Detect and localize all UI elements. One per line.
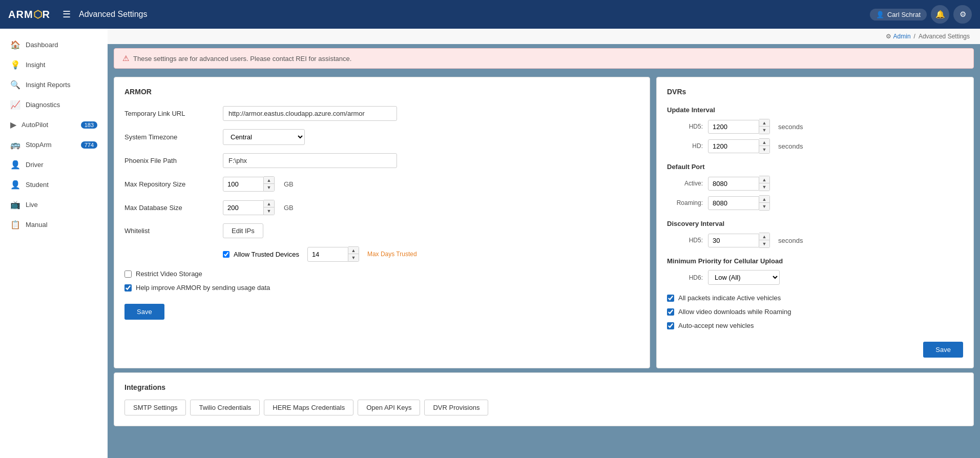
sidebar-item-student[interactable]: 👤 Student (0, 175, 108, 195)
sidebar-item-diagnostics[interactable]: 📈 Diagnostics (0, 95, 108, 115)
max-repo-size-up[interactable]: ▲ (264, 177, 274, 184)
edit-ips-button[interactable]: Edit IPs (223, 223, 263, 238)
temp-link-url-input[interactable] (223, 106, 397, 121)
all-packets-checkbox[interactable] (667, 295, 674, 302)
max-repo-size-down[interactable]: ▼ (264, 184, 274, 191)
sidebar-item-autopilot[interactable]: ▶ AutoPilot 183 (0, 115, 108, 135)
restrict-video-storage-row: Restrict Video Storage (124, 270, 639, 278)
sidebar-item-label: Insight (26, 61, 45, 69)
insight-icon: 💡 (10, 60, 20, 70)
sidebar-item-dashboard[interactable]: 🏠 Dashboard (0, 35, 108, 55)
active-port-input[interactable] (708, 177, 759, 191)
hd-update-down[interactable]: ▼ (759, 146, 769, 153)
here-maps-tab[interactable]: HERE Maps Credentials (264, 400, 353, 415)
max-db-size-spinner: ▲ ▼ (223, 200, 275, 215)
discovery-hd5-label: HD5: (667, 237, 703, 244)
hd-update-up[interactable]: ▲ (759, 139, 769, 146)
main-content: ⚙ Admin / Advanced Settings ⚠ These sett… (108, 29, 980, 458)
max-repo-size-unit: GB (284, 180, 294, 188)
temp-link-url-row: Temporary Link URL (124, 106, 639, 121)
active-port-spinner: ▲ ▼ (708, 176, 770, 191)
twilio-credentials-tab[interactable]: Twilio Credentials (190, 400, 260, 415)
notifications-button[interactable]: 🔔 (931, 5, 949, 24)
restrict-video-storage-checkbox[interactable] (124, 270, 132, 278)
sidebar-item-label: Student (26, 181, 49, 189)
armor-save-button[interactable]: Save (124, 304, 164, 320)
active-port-up[interactable]: ▲ (759, 176, 769, 183)
breadcrumb: ⚙ Admin / Advanced Settings (108, 29, 980, 44)
open-api-keys-tab[interactable]: Open API Keys (358, 400, 420, 415)
max-repo-size-spinner-btns: ▲ ▼ (264, 176, 275, 192)
max-repo-size-row: Max Repository Size ▲ ▼ GB (124, 176, 639, 192)
user-icon: 👤 (876, 11, 884, 18)
all-packets-row: All packets indicate Active vehicles (667, 294, 963, 302)
max-db-size-up[interactable]: ▲ (264, 200, 274, 207)
min-priority-select[interactable]: Low (All) Medium High (708, 270, 780, 285)
update-interval-hd5-row: HD5: ▲ ▼ seconds (667, 119, 963, 134)
discovery-hd5-input[interactable] (708, 234, 759, 247)
sidebar-item-label: Driver (26, 161, 44, 169)
max-db-size-label: Max Database Size (124, 204, 217, 212)
system-timezone-select[interactable]: Central Eastern Mountain Pacific (223, 129, 305, 145)
min-priority-section: Minimum Priority for Cellular Upload HD6… (667, 257, 963, 285)
max-db-size-input[interactable] (223, 200, 264, 215)
hamburger-icon[interactable]: ☰ (62, 9, 71, 20)
max-db-size-row: Max Database Size ▲ ▼ GB (124, 200, 639, 215)
sidebar-item-label: Manual (26, 221, 48, 228)
default-port-roaming-row: Roaming: ▲ ▼ (667, 195, 963, 211)
trusted-days-input[interactable] (307, 247, 348, 262)
sidebar-item-live[interactable]: 📺 Live (0, 195, 108, 215)
min-priority-title: Minimum Priority for Cellular Upload (667, 257, 963, 265)
stoparm-icon: 🚌 (10, 140, 20, 150)
allow-trusted-label: Allow Trusted Devices (234, 251, 299, 258)
sidebar-item-insight[interactable]: 💡 Insight (0, 55, 108, 75)
phoenix-file-path-input[interactable] (223, 153, 397, 168)
hd5-update-up[interactable]: ▲ (759, 119, 769, 127)
max-repo-size-spinner: ▲ ▼ (223, 176, 275, 192)
hd-update-input[interactable] (708, 139, 759, 153)
trusted-days-down[interactable]: ▼ (348, 254, 359, 261)
update-interval-hd-row: HD: ▲ ▼ seconds (667, 138, 963, 154)
max-repo-size-input[interactable] (223, 177, 264, 192)
breadcrumb-admin[interactable]: Admin (893, 33, 911, 40)
sidebar-item-driver[interactable]: 👤 Driver (0, 155, 108, 175)
trusted-days-up[interactable]: ▲ (348, 247, 359, 254)
min-priority-hd6-label: HD6: (667, 274, 703, 281)
allow-trusted-checkbox[interactable] (223, 251, 230, 258)
sidebar-item-stoparm[interactable]: 🚌 StopArm 774 (0, 135, 108, 155)
warning-icon: ⚠ (122, 54, 129, 63)
min-priority-hd6-row: HD6: Low (All) Medium High (667, 270, 963, 285)
hd5-label: HD5: (667, 123, 703, 130)
hd-label: HD: (667, 142, 703, 150)
hd5-update-input[interactable] (708, 120, 759, 134)
auto-accept-row: Auto-accept new vehicles (667, 322, 963, 329)
discovery-hd5-up[interactable]: ▲ (759, 233, 769, 240)
user-menu[interactable]: 👤 Carl Schrat (870, 9, 927, 20)
discovery-hd5-down[interactable]: ▼ (759, 240, 769, 247)
sidebar-item-label: Diagnostics (26, 101, 60, 109)
hd5-update-unit: seconds (778, 123, 803, 131)
auto-accept-checkbox[interactable] (667, 322, 674, 329)
active-port-down[interactable]: ▼ (759, 183, 769, 191)
roaming-port-up[interactable]: ▲ (759, 196, 769, 203)
hd5-update-down[interactable]: ▼ (759, 127, 769, 134)
update-interval-title: Update Interval (667, 106, 963, 114)
panels-row: ARMOR Temporary Link URL System Timezone… (108, 73, 980, 372)
integrations-title: Integrations (124, 383, 963, 391)
trusted-days-spinner-btns: ▲ ▼ (348, 246, 359, 262)
settings-button[interactable]: ⚙ (953, 5, 972, 24)
roaming-port-input[interactable] (708, 196, 759, 210)
dvr-provisions-tab[interactable]: DVR Provisions (424, 400, 488, 415)
video-downloads-checkbox[interactable] (667, 308, 674, 316)
auto-accept-label: Auto-accept new vehicles (678, 322, 754, 329)
restrict-video-storage-label: Restrict Video Storage (136, 270, 202, 278)
discovery-interval-hd5-row: HD5: ▲ ▼ seconds (667, 233, 963, 248)
max-db-size-down[interactable]: ▼ (264, 207, 274, 215)
dvrs-save-button[interactable]: Save (923, 342, 963, 358)
smtp-settings-tab[interactable]: SMTP Settings (124, 400, 186, 415)
sidebar-item-manual[interactable]: 📋 Manual (0, 215, 108, 235)
help-improve-checkbox[interactable] (124, 284, 132, 292)
roaming-port-down[interactable]: ▼ (759, 203, 769, 210)
sidebar-item-insight-reports[interactable]: 🔍 Insight Reports (0, 75, 108, 95)
phoenix-file-path-label: Phoenix File Path (124, 157, 217, 164)
